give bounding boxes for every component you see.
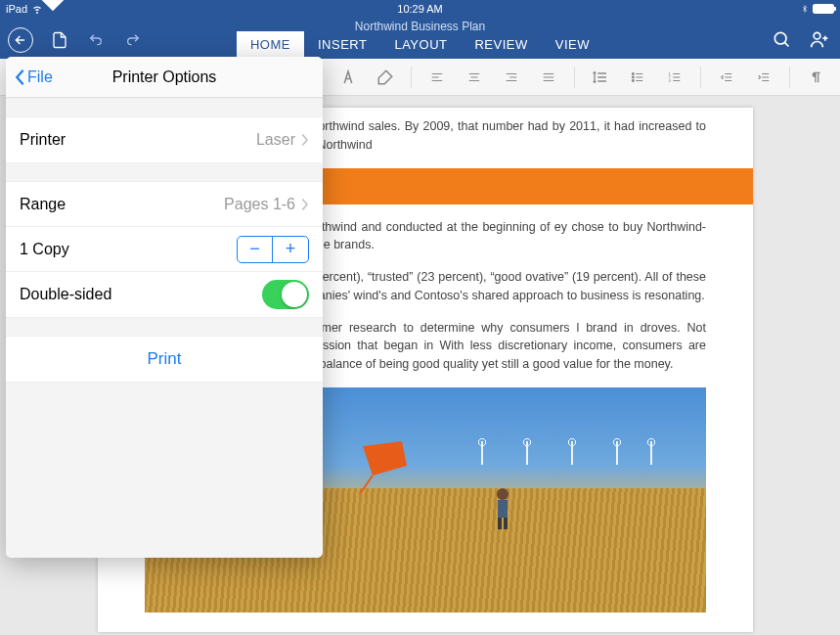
svg-point-8 [497, 488, 508, 500]
align-justify-icon[interactable] [533, 65, 564, 90]
range-row[interactable]: Range Pages 1-6 [6, 182, 323, 227]
numbering-icon[interactable]: 123 [659, 65, 690, 90]
back-label: File [27, 68, 53, 86]
copies-increment[interactable]: + [273, 237, 308, 262]
svg-point-2 [632, 72, 634, 74]
copies-label: 1 Copy [20, 241, 237, 258]
svg-rect-9 [498, 500, 508, 518]
popover-title: Printer Options [112, 68, 217, 86]
svg-point-1 [814, 32, 820, 39]
printer-label: Printer [20, 131, 256, 149]
outdent-icon[interactable] [711, 65, 742, 90]
tab-home[interactable]: HOME [237, 31, 304, 60]
svg-point-0 [774, 32, 786, 44]
svg-rect-10 [498, 518, 502, 529]
chevron-right-icon [301, 198, 309, 211]
redo-icon[interactable] [123, 32, 143, 48]
svg-point-3 [632, 76, 634, 78]
tab-view[interactable]: VIEW [542, 31, 603, 60]
highlight-icon[interactable] [370, 65, 401, 90]
kite-graphic [358, 436, 417, 495]
duplex-row: Double-sided [6, 272, 323, 317]
duplex-label: Double-sided [20, 286, 262, 303]
copies-stepper: − + [237, 236, 309, 263]
undo-icon[interactable] [86, 32, 106, 48]
title-bar: Northwind Business Plan HOME INSERT LAYO… [0, 18, 840, 59]
tab-insert[interactable]: INSERT [304, 31, 380, 60]
range-label: Range [20, 196, 224, 213]
print-button[interactable]: Print [6, 337, 323, 382]
tab-layout[interactable]: LAYOUT [380, 31, 461, 60]
battery-icon [813, 4, 834, 14]
svg-text:3: 3 [669, 77, 672, 82]
copies-decrement[interactable]: − [238, 237, 273, 262]
printer-value: Laser [256, 131, 295, 149]
line-spacing-icon[interactable] [585, 65, 616, 90]
printer-row[interactable]: Printer Laser [6, 117, 323, 162]
tab-review[interactable]: REVIEW [461, 31, 541, 60]
search-icon[interactable] [772, 29, 791, 49]
child-graphic [490, 486, 515, 531]
svg-point-4 [632, 79, 634, 81]
printer-options-popover: File Printer Options Printer Laser Range… [6, 57, 323, 558]
align-right-icon[interactable] [496, 65, 527, 90]
chevron-right-icon [301, 133, 309, 147]
copies-row: 1 Copy − + [6, 227, 323, 272]
range-value: Pages 1-6 [224, 196, 295, 213]
clock: 10:29 AM [397, 3, 442, 15]
duplex-toggle[interactable] [262, 280, 309, 309]
carrier-label: iPad [6, 3, 27, 15]
wifi-icon [31, 3, 43, 15]
align-center-icon[interactable] [459, 65, 490, 90]
pilcrow-icon[interactable] [800, 65, 831, 90]
svg-rect-11 [504, 518, 508, 529]
popover-header: File Printer Options [6, 57, 323, 98]
back-to-file-button[interactable]: File [14, 68, 53, 86]
font-color-icon[interactable] [332, 65, 364, 90]
share-user-icon[interactable] [809, 29, 830, 49]
bullets-icon[interactable] [622, 65, 653, 90]
align-left-icon[interactable] [421, 65, 453, 90]
back-button[interactable] [8, 27, 33, 53]
file-icon[interactable] [51, 30, 68, 50]
bluetooth-icon [801, 3, 809, 15]
indent-icon[interactable] [748, 65, 779, 90]
print-label: Print [148, 349, 182, 369]
status-bar: iPad 10:29 AM [0, 0, 840, 18]
